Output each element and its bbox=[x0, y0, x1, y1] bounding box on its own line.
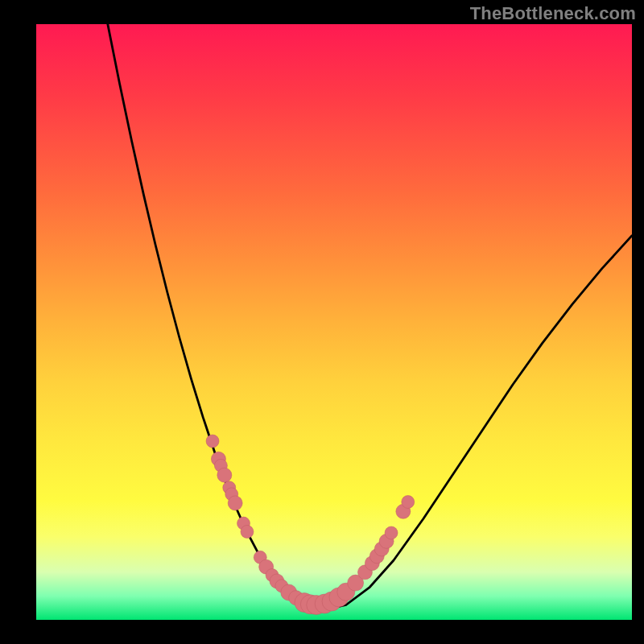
highlight-dot bbox=[402, 495, 415, 508]
bottleneck-curve bbox=[108, 24, 632, 610]
highlight-dot bbox=[241, 525, 254, 538]
chart-svg bbox=[36, 24, 632, 620]
highlight-dot bbox=[385, 526, 398, 539]
highlight-dot bbox=[217, 468, 232, 482]
chart-frame: TheBottleneck.com bbox=[0, 0, 644, 644]
highlight-dot bbox=[228, 496, 242, 510]
plot-area bbox=[36, 24, 632, 620]
watermark-text: TheBottleneck.com bbox=[470, 3, 636, 24]
highlight-dot bbox=[206, 435, 219, 448]
